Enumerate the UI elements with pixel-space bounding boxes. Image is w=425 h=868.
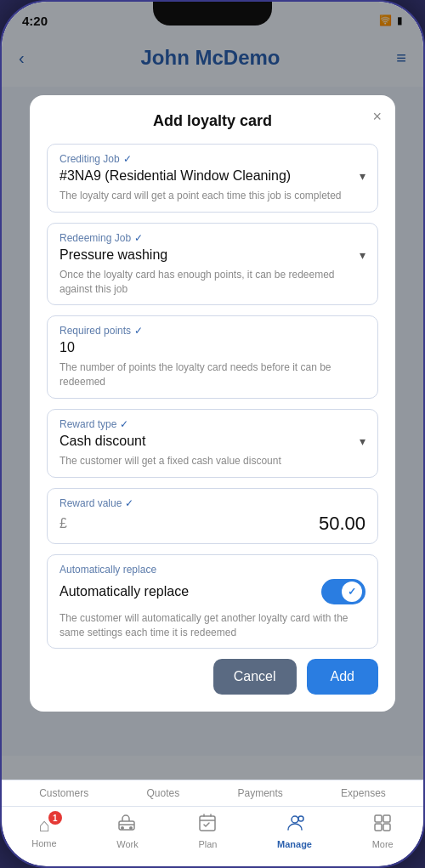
crediting-job-field[interactable]: Crediting Job ✓ #3NA9 (Residential Windo…	[47, 144, 378, 213]
crediting-job-label: Crediting Job ✓	[60, 153, 366, 165]
phone-screen: 4:20 🛜 ▮ ‹ John McDemo ≡ × Add loyalty c…	[2, 2, 423, 866]
reward-value-row: £ 50.00	[60, 513, 366, 535]
nav-item-work[interactable]: Work	[116, 814, 138, 849]
crediting-job-check-icon: ✓	[123, 153, 132, 165]
crediting-job-value-row: #3NA9 (Residential Window Cleaning) ▾	[60, 168, 366, 184]
svg-rect-9	[383, 824, 390, 831]
modal-overlay: × Add loyalty card Crediting Job ✓ #3NA9…	[2, 2, 423, 866]
required-points-label: Required points ✓	[60, 325, 366, 337]
redeeming-job-check-icon: ✓	[134, 232, 143, 244]
reward-value-field[interactable]: Reward value ✓ £ 50.00	[47, 488, 378, 544]
redeeming-job-label: Redeeming Job ✓	[60, 232, 366, 244]
modal-button-row: Cancel Add	[47, 659, 378, 695]
add-loyalty-card-modal: × Add loyalty card Crediting Job ✓ #3NA9…	[30, 95, 395, 712]
svg-rect-8	[375, 824, 382, 831]
reward-type-label: Reward type ✓	[60, 418, 366, 430]
reward-type-hint: The customer will get a fixed cash value…	[60, 454, 366, 468]
svg-point-5	[298, 816, 303, 821]
bottom-nav: Customers Quotes Payments Expenses ⌂ 1 H…	[2, 780, 423, 866]
svg-point-4	[292, 816, 298, 823]
nav-tab-quotes: Quotes	[146, 787, 179, 799]
plan-label: Plan	[198, 839, 217, 849]
svg-rect-6	[375, 815, 382, 822]
nav-tab-expenses: Expenses	[341, 787, 386, 799]
redeeming-job-chevron-icon: ▾	[360, 248, 366, 262]
redeeming-job-value-row: Pressure washing ▾	[60, 247, 366, 263]
toggle-check-icon: ✓	[348, 586, 356, 598]
redeeming-job-value: Pressure washing	[60, 247, 167, 263]
crediting-job-value: #3NA9 (Residential Window Cleaning)	[60, 168, 291, 184]
auto-replace-toggle-row: Automatically replace ✓	[60, 579, 366, 604]
required-points-field[interactable]: Required points ✓ 10 The number of point…	[47, 315, 378, 399]
auto-replace-container-label: Automatically replace	[60, 564, 366, 576]
required-points-hint: The number of points the loyalty card ne…	[60, 360, 366, 389]
crediting-job-chevron-icon: ▾	[360, 169, 366, 183]
plan-icon	[198, 814, 217, 837]
more-label: More	[372, 839, 394, 849]
auto-replace-hint: The customer will automatically get anot…	[60, 611, 366, 640]
reward-type-chevron-icon: ▾	[360, 434, 366, 448]
nav-item-manage[interactable]: Manage	[277, 814, 312, 849]
required-points-check-icon: ✓	[134, 325, 143, 337]
nav-tabs-label-row: Customers Quotes Payments Expenses	[2, 787, 423, 807]
reward-type-value: Cash discount	[60, 434, 145, 449]
reward-type-field[interactable]: Reward type ✓ Cash discount ▾ The custom…	[47, 409, 378, 478]
cancel-button[interactable]: Cancel	[213, 659, 297, 695]
reward-type-value-row: Cash discount ▾	[60, 434, 366, 449]
reward-value-amount: 50.00	[319, 513, 366, 535]
svg-rect-3	[200, 816, 215, 831]
svg-point-2	[129, 826, 133, 830]
reward-value-label: Reward value ✓	[60, 497, 366, 509]
required-points-value: 10	[60, 340, 366, 355]
redeeming-job-field[interactable]: Redeeming Job ✓ Pressure washing ▾ Once …	[47, 223, 378, 306]
auto-replace-field: Automatically replace Automatically repl…	[47, 554, 378, 650]
add-button[interactable]: Add	[307, 659, 378, 695]
auto-replace-toggle-label: Automatically replace	[60, 584, 189, 599]
manage-icon	[286, 814, 304, 837]
toggle-knob: ✓	[342, 582, 362, 602]
more-icon	[373, 814, 392, 837]
auto-replace-toggle[interactable]: ✓	[321, 579, 366, 604]
modal-title: Add loyalty card	[47, 112, 378, 130]
nav-item-home[interactable]: ⌂ 1 Home	[31, 814, 56, 848]
nav-items-row: ⌂ 1 Home Work	[2, 814, 423, 849]
nav-tab-payments: Payments	[237, 787, 282, 799]
redeeming-job-hint: Once the loyalty card has enough points,…	[60, 268, 366, 297]
home-label: Home	[31, 838, 56, 848]
currency-symbol: £	[60, 516, 67, 531]
svg-point-1	[121, 826, 124, 830]
manage-label: Manage	[277, 839, 312, 849]
reward-type-check-icon: ✓	[120, 418, 128, 430]
nav-item-plan[interactable]: Plan	[198, 814, 217, 849]
svg-rect-7	[383, 815, 390, 822]
nav-tab-customers: Customers	[39, 787, 88, 799]
reward-value-check-icon: ✓	[125, 497, 133, 509]
crediting-job-hint: The loyalty card will get a point each t…	[60, 189, 366, 203]
work-label: Work	[116, 839, 138, 849]
phone-frame: 4:20 🛜 ▮ ‹ John McDemo ≡ × Add loyalty c…	[0, 0, 425, 868]
work-icon	[118, 814, 137, 837]
home-badge: 1	[48, 811, 62, 825]
close-button[interactable]: ×	[372, 109, 382, 124]
nav-item-more[interactable]: More	[372, 814, 394, 849]
